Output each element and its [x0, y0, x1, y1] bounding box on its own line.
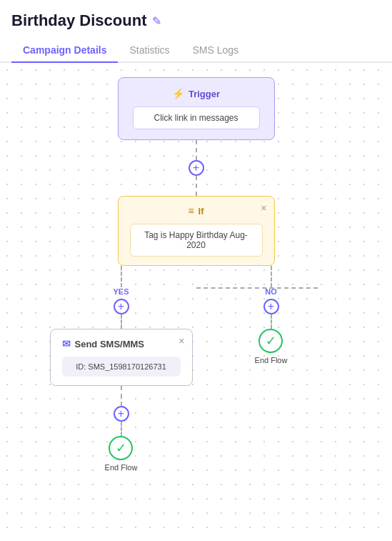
flow-canvas: ⚡ Trigger Click link in messages + ≡ If …	[0, 63, 392, 532]
end-flow-right-label: End Flow	[255, 356, 288, 364]
trigger-node: ⚡ Trigger Click link in messages	[118, 77, 275, 140]
yes-v-line-3	[121, 386, 122, 406]
yes-label: YES	[113, 287, 129, 296]
sms-header: ✉ Send SMS/MMS	[62, 338, 181, 349]
if-icon: ≡	[188, 205, 194, 217]
h-dashed-line	[196, 287, 318, 289]
dashed-line-1b	[196, 176, 197, 196]
if-label: If	[198, 206, 204, 217]
page-header: Birthday Discount ✎	[0, 0, 392, 30]
dashed-line-1	[196, 140, 197, 160]
no-v-line-1	[271, 266, 272, 287]
add-button-yes[interactable]: +	[114, 299, 129, 314]
no-v-line-2	[271, 314, 272, 329]
flow-container: ⚡ Trigger Click link in messages + ≡ If …	[14, 77, 378, 472]
branch-split-container: YES + ✉ Send SMS/MMS × ID: SMS_159817012…	[46, 266, 346, 472]
trigger-body: Click link in messages	[133, 106, 260, 129]
if-node: ≡ If × Tag is Happy Birthday Aug-2020	[118, 196, 275, 266]
edit-icon[interactable]: ✎	[152, 14, 161, 28]
trigger-header: ⚡ Trigger	[133, 88, 260, 99]
if-header: ≡ If	[130, 205, 263, 217]
sms-close-button[interactable]: ×	[179, 335, 184, 347]
end-flow-right-circle: ✓	[258, 329, 283, 353]
if-body: Tag is Happy Birthday Aug-2020	[130, 224, 263, 257]
add-button-no[interactable]: +	[263, 299, 279, 314]
end-flow-left-circle: ✓	[109, 436, 133, 460]
sms-body: ID: SMS_1598170126731	[62, 357, 181, 377]
connector-1: +	[189, 140, 204, 196]
trigger-icon: ⚡	[172, 88, 184, 99]
tab-sms-logs[interactable]: SMS Logs	[181, 39, 251, 61]
sms-label: Send SMS/MMS	[75, 339, 145, 349]
yes-v-line-4	[121, 422, 122, 436]
page-title: Birthday Discount	[11, 11, 146, 30]
yes-v-line-1	[121, 266, 122, 287]
if-close-button[interactable]: ×	[261, 202, 266, 214]
no-branch: NO + ✓ End Flow	[196, 266, 346, 472]
yes-branch: YES + ✉ Send SMS/MMS × ID: SMS_159817012…	[46, 266, 196, 472]
yes-v-line-2	[121, 314, 122, 329]
end-flow-left: ✓ End Flow	[105, 436, 138, 472]
end-flow-left-label: End Flow	[105, 463, 138, 472]
trigger-label: Trigger	[189, 89, 220, 99]
sms-node: ✉ Send SMS/MMS × ID: SMS_1598170126731	[50, 329, 193, 386]
add-button-1[interactable]: +	[189, 160, 204, 176]
tab-statistics[interactable]: Statistics	[118, 39, 181, 61]
sms-icon: ✉	[62, 338, 71, 349]
add-button-sms-after[interactable]: +	[114, 406, 129, 422]
tabs-bar: Campaign Details Statistics SMS Logs	[0, 39, 392, 63]
end-flow-right: ✓ End Flow	[255, 329, 288, 364]
tab-campaign-details[interactable]: Campaign Details	[11, 39, 118, 61]
